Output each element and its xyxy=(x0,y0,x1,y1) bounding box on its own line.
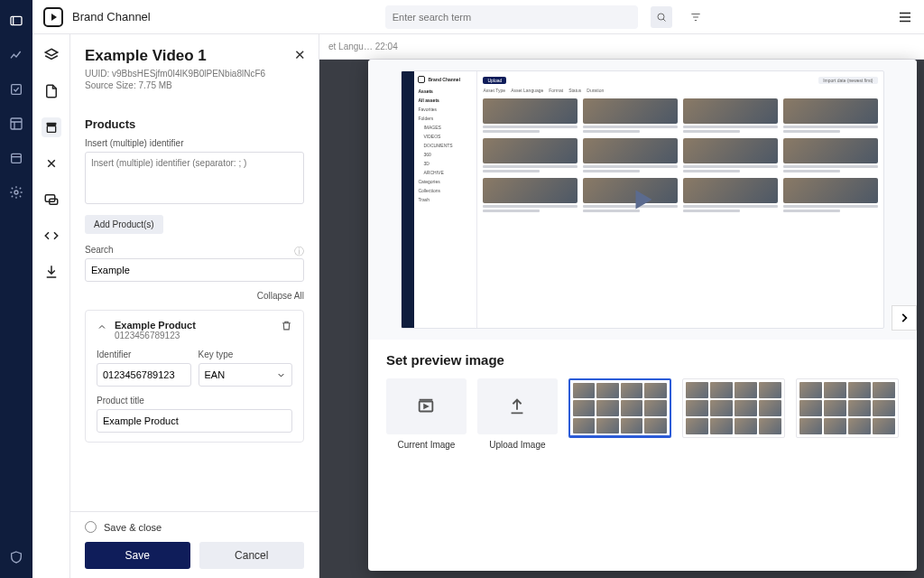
info-icon[interactable]: ⓘ xyxy=(294,245,304,258)
tool-download-icon[interactable] xyxy=(42,262,61,282)
product-title-input[interactable] xyxy=(97,409,292,433)
preview-section-title: Set preview image xyxy=(386,352,899,368)
search-submit-icon[interactable] xyxy=(651,6,672,28)
stage-infobar: et Langu… 22:04 xyxy=(319,34,924,60)
rail-assets-icon[interactable] xyxy=(8,13,24,29)
size-line: Source Size: 7.75 MB xyxy=(85,80,304,90)
product-title-label: Product title xyxy=(97,396,292,406)
stage: et Langu… 22:04 Brand Channel Assets All… xyxy=(319,34,924,578)
products-heading: Products xyxy=(85,117,304,131)
svg-rect-0 xyxy=(11,16,22,24)
product-card: Example Product 0123456789123 Identifier… xyxy=(85,310,304,443)
save-close-toggle[interactable]: Save & close xyxy=(85,521,304,533)
upload-image-option[interactable]: Upload Image xyxy=(477,378,558,450)
edit-panel: Example Video 1 ✕ UUID: v9BbsHESjfm0I4lK… xyxy=(70,34,319,578)
brand-name: Brand Channel xyxy=(72,10,151,23)
add-products-button[interactable]: Add Product(s) xyxy=(85,215,163,234)
left-rail xyxy=(0,0,32,578)
collapse-all[interactable]: Collapse All xyxy=(85,291,304,301)
preview-card: Brand Channel Assets All assets Favorite… xyxy=(368,60,917,571)
frame-thumb-3[interactable] xyxy=(796,378,899,438)
rail-shield-icon[interactable] xyxy=(8,549,24,565)
tool-column xyxy=(32,0,70,578)
ids-label: Insert (multiple) identifier xyxy=(85,138,304,148)
save-button[interactable]: Save xyxy=(85,542,190,569)
rail-calendar-icon[interactable] xyxy=(8,150,24,166)
rail-check-icon[interactable] xyxy=(8,81,24,98)
rail-layout-icon[interactable] xyxy=(8,116,24,132)
keytype-label: Key type xyxy=(199,350,293,359)
product-id: 0123456789123 xyxy=(115,331,196,340)
global-search[interactable] xyxy=(385,5,638,29)
svg-point-5 xyxy=(658,14,664,20)
rail-gear-icon[interactable] xyxy=(8,184,24,200)
svg-rect-1 xyxy=(12,85,22,95)
frame-thumb-1[interactable] xyxy=(568,378,671,438)
uuid-line: UUID: v9BbsHESjfm0I4lK9B0lPENbia8lNcF6 xyxy=(85,69,304,79)
brand-logo-icon xyxy=(43,7,63,27)
play-icon[interactable] xyxy=(626,183,659,216)
svg-rect-7 xyxy=(47,126,55,133)
search-label: Search xyxy=(85,245,114,255)
svg-point-4 xyxy=(14,191,18,194)
product-search-input[interactable] xyxy=(85,258,304,282)
tool-chat-icon[interactable] xyxy=(42,190,61,210)
tool-archive-icon[interactable] xyxy=(42,117,61,137)
topbar: Brand Channel xyxy=(32,0,924,34)
tool-file-icon[interactable] xyxy=(42,81,61,101)
panel-title: Example Video 1 xyxy=(85,47,304,65)
svg-rect-2 xyxy=(11,118,22,129)
trash-icon[interactable] xyxy=(281,320,292,331)
next-icon[interactable] xyxy=(892,305,917,331)
tool-code-icon[interactable] xyxy=(42,226,61,246)
tool-layers-icon[interactable] xyxy=(42,45,61,65)
identifier-input[interactable] xyxy=(97,363,191,387)
tool-tag-icon[interactable] xyxy=(42,154,61,173)
menu-icon[interactable] xyxy=(897,9,913,25)
frame-thumb-2[interactable] xyxy=(682,378,785,438)
video-preview[interactable]: Brand Channel Assets All assets Favorite… xyxy=(368,60,917,340)
global-search-input[interactable] xyxy=(393,12,631,23)
keytype-select[interactable]: EAN xyxy=(199,363,293,387)
radio-icon[interactable] xyxy=(85,521,97,533)
cancel-button[interactable]: Cancel xyxy=(199,542,305,569)
rail-analytics-icon[interactable] xyxy=(8,47,24,63)
chevron-up-icon[interactable] xyxy=(97,322,107,332)
filter-icon[interactable] xyxy=(685,6,707,28)
product-name: Example Product xyxy=(115,320,196,331)
close-icon[interactable]: ✕ xyxy=(294,47,306,63)
ids-textarea[interactable] xyxy=(85,152,304,204)
identifier-label: Identifier xyxy=(97,350,191,359)
svg-rect-6 xyxy=(46,123,56,126)
svg-rect-3 xyxy=(12,154,22,163)
current-image-option[interactable]: Current Image xyxy=(386,378,467,450)
